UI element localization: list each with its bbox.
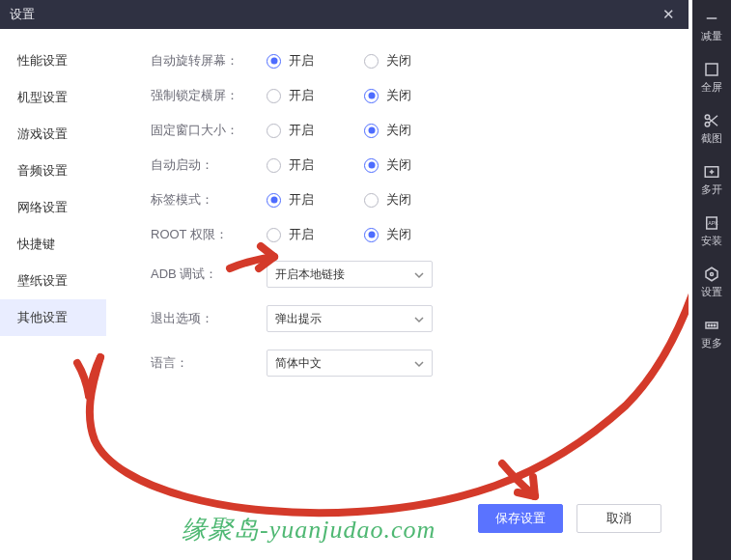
radio-label: 关闭 <box>386 52 411 70</box>
sidebar-item-0[interactable]: 性能设置 <box>0 42 106 79</box>
sidebar-item-7[interactable]: 其他设置 <box>0 299 106 336</box>
row-label: 固定窗口大小： <box>151 122 267 139</box>
radio-icon <box>364 193 379 208</box>
adb-select[interactable]: 开启本地链接 <box>267 261 433 288</box>
radio-label: 关闭 <box>386 226 411 243</box>
rail-label: 全屏 <box>701 80 722 95</box>
rail-label: 更多 <box>701 336 722 350</box>
rail-item-more[interactable]: 更多 <box>692 311 731 356</box>
dialog-footer: 保存设置 取消 <box>478 504 661 533</box>
row-adb: ADB 调试： 开启本地链接 <box>151 261 642 288</box>
row-label: 自动旋转屏幕： <box>151 52 267 70</box>
row-label: 标签模式： <box>151 191 267 209</box>
radio-on[interactable]: 开启 <box>267 87 314 104</box>
radio-group: 开启关闭 <box>267 226 411 243</box>
radio-on[interactable]: 开启 <box>267 52 314 70</box>
more-icon <box>703 317 720 334</box>
close-icon[interactable]: ✕ <box>659 6 679 23</box>
row-exit: 退出选项： 弹出提示 <box>151 305 642 332</box>
radio-icon <box>267 158 281 173</box>
settings-dialog: 设置 ✕ 性能设置机型设置游戏设置音频设置网络设置快捷键壁纸设置其他设置 自动旋… <box>0 0 689 560</box>
dialog-title: 设置 <box>10 6 35 23</box>
radio-group: 开启关闭 <box>267 191 411 209</box>
radio-label: 开启 <box>289 156 314 174</box>
settings-content: 自动旋转屏幕：开启关闭强制锁定横屏：开启关闭固定窗口大小：开启关闭自动启动：开启… <box>106 29 689 560</box>
rail-item-reduce[interactable]: 减量 <box>692 4 731 49</box>
svg-point-16 <box>714 324 716 326</box>
radio-on[interactable]: 开启 <box>267 226 314 243</box>
radio-label: 开启 <box>289 191 314 209</box>
sidebar-item-5[interactable]: 快捷键 <box>0 226 106 263</box>
svg-marker-11 <box>706 267 717 281</box>
row-label: ROOT 权限： <box>151 226 267 243</box>
exit-select[interactable]: 弹出提示 <box>267 305 433 332</box>
minus-icon <box>703 10 720 27</box>
row-tab_mode: 标签模式：开启关闭 <box>151 191 642 209</box>
rail-item-install[interactable]: APK 安装 <box>692 209 731 254</box>
row-force_landscape: 强制锁定横屏：开启关闭 <box>151 87 642 104</box>
lang-select[interactable]: 简体中文 <box>267 350 433 377</box>
radio-icon <box>364 228 379 242</box>
rail-label: 多开 <box>701 182 722 197</box>
radio-label: 关闭 <box>386 156 411 174</box>
chevron-down-icon <box>414 358 424 368</box>
radio-label: 关闭 <box>386 191 411 209</box>
row-label: 退出选项： <box>151 310 267 327</box>
sidebar-item-3[interactable]: 音频设置 <box>0 153 106 189</box>
rail-item-settings[interactable]: 设置 <box>692 260 731 305</box>
cancel-button[interactable]: 取消 <box>576 504 661 533</box>
scissors-icon <box>703 112 720 129</box>
radio-icon <box>267 228 281 242</box>
radio-on[interactable]: 开启 <box>267 122 314 139</box>
radio-off[interactable]: 关闭 <box>364 156 411 174</box>
sidebar-item-6[interactable]: 壁纸设置 <box>0 263 106 299</box>
select-value: 简体中文 <box>275 355 322 372</box>
row-label: 自动启动： <box>151 156 267 174</box>
radio-on[interactable]: 开启 <box>267 191 314 209</box>
row-label: 强制锁定横屏： <box>151 87 267 104</box>
radio-icon <box>267 124 281 138</box>
radio-icon <box>364 158 379 173</box>
save-button[interactable]: 保存设置 <box>478 504 563 533</box>
rail-item-screenshot[interactable]: 截图 <box>692 106 731 152</box>
radio-label: 开启 <box>289 226 314 243</box>
radio-group: 开启关闭 <box>267 87 411 104</box>
row-label: 语言： <box>151 354 267 372</box>
sidebar-item-1[interactable]: 机型设置 <box>0 79 106 116</box>
svg-rect-1 <box>706 64 717 75</box>
row-fixed_window: 固定窗口大小：开启关闭 <box>151 122 642 139</box>
fullscreen-icon <box>703 61 720 78</box>
titlebar: 设置 ✕ <box>0 0 689 29</box>
app-right-rail: 减量 全屏 截图 多开 APK 安装 设置 更多 <box>692 0 731 560</box>
radio-label: 开启 <box>289 87 314 104</box>
sidebar-item-4[interactable]: 网络设置 <box>0 189 106 226</box>
select-value: 弹出提示 <box>275 311 322 327</box>
svg-point-12 <box>711 273 714 276</box>
radio-off[interactable]: 关闭 <box>364 52 411 70</box>
svg-point-14 <box>708 324 710 326</box>
radio-icon <box>267 193 281 208</box>
radio-icon <box>267 54 281 69</box>
radio-label: 开启 <box>289 122 314 139</box>
rail-item-fullscreen[interactable]: 全屏 <box>692 55 731 100</box>
settings-side-nav: 性能设置机型设置游戏设置音频设置网络设置快捷键壁纸设置其他设置 <box>0 29 106 560</box>
rail-label: 安装 <box>701 234 722 248</box>
radio-off[interactable]: 关闭 <box>364 87 411 104</box>
radio-group: 开启关闭 <box>267 156 411 174</box>
radio-label: 关闭 <box>386 87 411 104</box>
radio-label: 关闭 <box>386 122 411 139</box>
chevron-down-icon <box>414 269 424 279</box>
svg-text:APK: APK <box>708 220 718 226</box>
rail-item-multi[interactable]: 多开 <box>692 157 731 203</box>
sidebar-item-2[interactable]: 游戏设置 <box>0 116 106 153</box>
radio-off[interactable]: 关闭 <box>364 122 411 139</box>
radio-on[interactable]: 开启 <box>267 156 314 174</box>
select-value: 开启本地链接 <box>275 266 345 283</box>
radio-label: 开启 <box>289 52 314 70</box>
radio-icon <box>364 124 379 138</box>
row-root: ROOT 权限：开启关闭 <box>151 226 642 243</box>
radio-off[interactable]: 关闭 <box>364 191 411 209</box>
radio-group: 开启关闭 <box>267 52 411 70</box>
radio-icon <box>267 89 281 103</box>
radio-off[interactable]: 关闭 <box>364 226 411 243</box>
